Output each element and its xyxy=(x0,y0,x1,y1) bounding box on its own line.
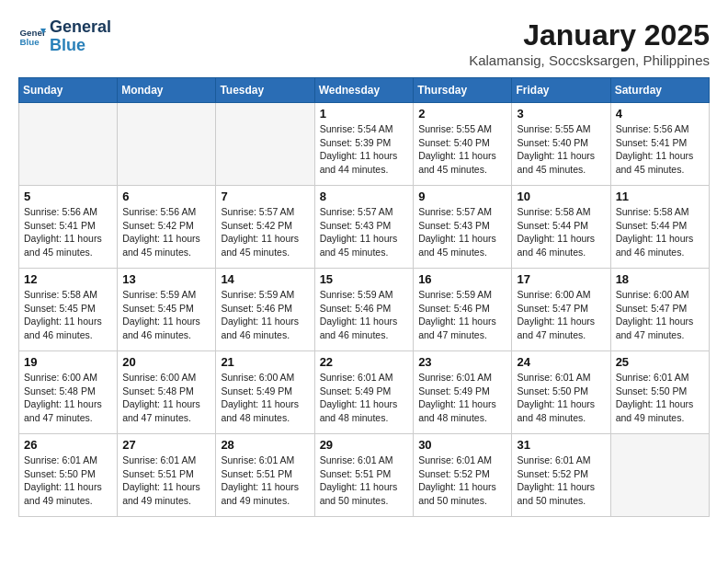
day-number: 6 xyxy=(122,190,210,203)
title-block: January 2025 Kalamansig, Soccsksargen, P… xyxy=(469,18,710,68)
calendar-cell: 20Sunrise: 6:00 AMSunset: 5:48 PMDayligh… xyxy=(118,351,216,434)
calendar-cell: 31Sunrise: 6:01 AMSunset: 5:52 PMDayligh… xyxy=(512,434,610,517)
day-number: 27 xyxy=(122,438,210,452)
location-subtitle: Kalamansig, Soccsksargen, Philippines xyxy=(469,52,710,68)
calendar-cell: 24Sunrise: 6:01 AMSunset: 5:50 PMDayligh… xyxy=(512,351,610,434)
day-number: 20 xyxy=(122,355,210,369)
day-number: 4 xyxy=(616,107,704,121)
day-info: Sunrise: 5:54 AMSunset: 5:39 PMDaylight:… xyxy=(320,122,409,177)
day-info: Sunrise: 5:59 AMSunset: 5:45 PMDaylight:… xyxy=(122,288,210,342)
logo-icon: General Blue xyxy=(18,23,46,51)
day-number: 28 xyxy=(221,438,309,452)
day-info: Sunrise: 5:59 AMSunset: 5:46 PMDaylight:… xyxy=(221,288,309,342)
calendar-cell: 16Sunrise: 5:59 AMSunset: 5:46 PMDayligh… xyxy=(414,269,512,351)
calendar-cell: 2Sunrise: 5:55 AMSunset: 5:40 PMDaylight… xyxy=(414,103,512,186)
calendar-cell: 22Sunrise: 6:01 AMSunset: 5:49 PMDayligh… xyxy=(314,351,414,434)
day-info: Sunrise: 5:58 AMSunset: 5:44 PMDaylight:… xyxy=(517,205,605,259)
calendar-header-row: SundayMondayTuesdayWednesdayThursdayFrid… xyxy=(19,78,710,103)
calendar-cell: 12Sunrise: 5:58 AMSunset: 5:45 PMDayligh… xyxy=(19,269,118,351)
day-number: 12 xyxy=(24,272,112,286)
day-info: Sunrise: 5:59 AMSunset: 5:46 PMDaylight:… xyxy=(320,288,409,342)
day-number: 14 xyxy=(221,272,309,286)
day-info: Sunrise: 5:58 AMSunset: 5:45 PMDaylight:… xyxy=(24,288,112,342)
day-info: Sunrise: 6:00 AMSunset: 5:47 PMDaylight:… xyxy=(616,288,704,342)
calendar-cell: 11Sunrise: 5:58 AMSunset: 5:44 PMDayligh… xyxy=(610,186,709,269)
calendar-cell: 7Sunrise: 5:57 AMSunset: 5:42 PMDaylight… xyxy=(216,186,314,269)
day-number: 31 xyxy=(517,438,605,452)
day-number: 23 xyxy=(418,355,506,369)
day-number: 29 xyxy=(320,438,409,452)
day-info: Sunrise: 6:01 AMSunset: 5:49 PMDaylight:… xyxy=(320,371,409,425)
calendar-cell: 29Sunrise: 6:01 AMSunset: 5:51 PMDayligh… xyxy=(314,434,414,517)
day-number: 26 xyxy=(24,438,112,452)
day-number: 9 xyxy=(418,190,506,203)
day-info: Sunrise: 6:01 AMSunset: 5:52 PMDaylight:… xyxy=(418,454,506,508)
day-info: Sunrise: 5:56 AMSunset: 5:41 PMDaylight:… xyxy=(24,205,112,259)
calendar-header-saturday: Saturday xyxy=(610,78,709,103)
day-number: 13 xyxy=(122,272,210,286)
calendar-cell: 9Sunrise: 5:57 AMSunset: 5:43 PMDaylight… xyxy=(414,186,512,269)
day-number: 17 xyxy=(517,272,605,286)
calendar-cell: 13Sunrise: 5:59 AMSunset: 5:45 PMDayligh… xyxy=(118,269,216,351)
calendar-cell: 25Sunrise: 6:01 AMSunset: 5:50 PMDayligh… xyxy=(610,351,709,434)
day-info: Sunrise: 6:01 AMSunset: 5:50 PMDaylight:… xyxy=(616,371,704,425)
calendar-cell: 4Sunrise: 5:56 AMSunset: 5:41 PMDaylight… xyxy=(610,103,709,186)
calendar-cell xyxy=(118,103,216,186)
day-number: 21 xyxy=(221,355,309,369)
calendar-cell: 26Sunrise: 6:01 AMSunset: 5:50 PMDayligh… xyxy=(19,434,118,517)
calendar-week-row: 19Sunrise: 6:00 AMSunset: 5:48 PMDayligh… xyxy=(19,351,710,434)
calendar-header-sunday: Sunday xyxy=(19,78,118,103)
day-number: 22 xyxy=(320,355,409,369)
day-number: 8 xyxy=(320,190,409,203)
day-number: 3 xyxy=(517,107,605,121)
day-number: 25 xyxy=(616,355,704,369)
calendar-cell: 18Sunrise: 6:00 AMSunset: 5:47 PMDayligh… xyxy=(610,269,709,351)
calendar-cell: 17Sunrise: 6:00 AMSunset: 5:47 PMDayligh… xyxy=(512,269,610,351)
day-info: Sunrise: 6:01 AMSunset: 5:51 PMDaylight:… xyxy=(122,454,210,508)
calendar-cell: 30Sunrise: 6:01 AMSunset: 5:52 PMDayligh… xyxy=(414,434,512,517)
calendar-cell: 23Sunrise: 6:01 AMSunset: 5:49 PMDayligh… xyxy=(414,351,512,434)
day-info: Sunrise: 6:00 AMSunset: 5:48 PMDaylight:… xyxy=(24,371,112,425)
calendar-cell: 14Sunrise: 5:59 AMSunset: 5:46 PMDayligh… xyxy=(216,269,314,351)
day-number: 10 xyxy=(517,190,605,203)
calendar-cell: 6Sunrise: 5:56 AMSunset: 5:42 PMDaylight… xyxy=(118,186,216,269)
calendar-header-tuesday: Tuesday xyxy=(216,78,314,103)
calendar-week-row: 5Sunrise: 5:56 AMSunset: 5:41 PMDaylight… xyxy=(19,186,710,269)
calendar-table: SundayMondayTuesdayWednesdayThursdayFrid… xyxy=(18,77,710,517)
calendar-week-row: 1Sunrise: 5:54 AMSunset: 5:39 PMDaylight… xyxy=(19,103,710,186)
day-info: Sunrise: 6:01 AMSunset: 5:49 PMDaylight:… xyxy=(418,371,506,425)
day-info: Sunrise: 5:57 AMSunset: 5:43 PMDaylight:… xyxy=(418,205,506,259)
day-info: Sunrise: 5:56 AMSunset: 5:42 PMDaylight:… xyxy=(122,205,210,259)
day-number: 7 xyxy=(221,190,309,203)
calendar-header-monday: Monday xyxy=(118,78,216,103)
day-number: 19 xyxy=(24,355,112,369)
logo: General Blue General Blue xyxy=(18,18,111,55)
calendar-week-row: 26Sunrise: 6:01 AMSunset: 5:50 PMDayligh… xyxy=(19,434,710,517)
day-number: 11 xyxy=(616,190,704,203)
day-number: 30 xyxy=(418,438,506,452)
day-info: Sunrise: 6:01 AMSunset: 5:50 PMDaylight:… xyxy=(24,454,112,508)
day-number: 18 xyxy=(616,272,704,286)
calendar-header-thursday: Thursday xyxy=(414,78,512,103)
day-number: 24 xyxy=(517,355,605,369)
page-header: General Blue General Blue January 2025 K… xyxy=(18,18,710,68)
day-number: 1 xyxy=(320,107,409,121)
calendar-cell xyxy=(19,103,118,186)
day-info: Sunrise: 5:58 AMSunset: 5:44 PMDaylight:… xyxy=(616,205,704,259)
calendar-cell: 8Sunrise: 5:57 AMSunset: 5:43 PMDaylight… xyxy=(314,186,414,269)
svg-text:Blue: Blue xyxy=(20,37,40,47)
calendar-cell: 1Sunrise: 5:54 AMSunset: 5:39 PMDaylight… xyxy=(314,103,414,186)
day-info: Sunrise: 6:00 AMSunset: 5:48 PMDaylight:… xyxy=(122,371,210,425)
day-info: Sunrise: 5:55 AMSunset: 5:40 PMDaylight:… xyxy=(517,122,605,177)
calendar-cell: 10Sunrise: 5:58 AMSunset: 5:44 PMDayligh… xyxy=(512,186,610,269)
calendar-header-friday: Friday xyxy=(512,78,610,103)
day-info: Sunrise: 6:01 AMSunset: 5:51 PMDaylight:… xyxy=(221,454,309,508)
day-number: 2 xyxy=(418,107,506,121)
day-info: Sunrise: 5:55 AMSunset: 5:40 PMDaylight:… xyxy=(418,122,506,177)
calendar-cell: 15Sunrise: 5:59 AMSunset: 5:46 PMDayligh… xyxy=(314,269,414,351)
calendar-cell xyxy=(216,103,314,186)
day-info: Sunrise: 5:57 AMSunset: 5:43 PMDaylight:… xyxy=(320,205,409,259)
calendar-header-wednesday: Wednesday xyxy=(314,78,414,103)
day-info: Sunrise: 6:01 AMSunset: 5:52 PMDaylight:… xyxy=(517,454,605,508)
day-number: 15 xyxy=(320,272,409,286)
